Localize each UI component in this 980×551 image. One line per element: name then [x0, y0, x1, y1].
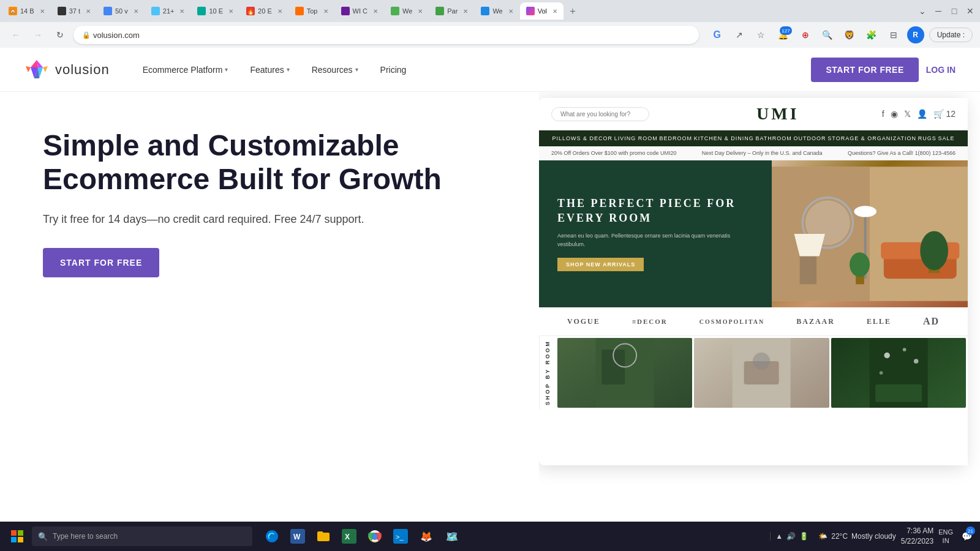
umi-hero-subtitle: Aenean eu leo quam. Pellentesque ornare … [557, 231, 753, 249]
hero-start-free-button[interactable]: START FOR FREE [43, 248, 159, 277]
brand-decor: ≡DECOR [632, 318, 668, 325]
reload-button[interactable]: ↻ [51, 26, 69, 43]
nav-features[interactable]: Features ▾ [241, 60, 298, 80]
tab-12-label: Vol [538, 7, 547, 15]
tab-overflow-button[interactable]: ⌄ [915, 4, 930, 18]
wifi-icon[interactable]: ▲ [775, 532, 783, 541]
tab-12-close[interactable]: ✕ [552, 8, 557, 15]
taskbar-clock[interactable]: 7:36 AM 5/22/2023 [901, 526, 933, 547]
tab-7-close[interactable]: ✕ [323, 8, 328, 15]
taskbar-files[interactable] [311, 524, 336, 549]
notification-center-button[interactable]: 💬 21 [958, 524, 975, 549]
back-button[interactable]: ← [7, 26, 24, 43]
taskbar-edge[interactable] [260, 524, 284, 549]
tab-6[interactable]: 🔥 20 E ✕ [240, 2, 288, 20]
umi-nav-outdoor[interactable]: OUTDOOR [794, 135, 826, 141]
nav-resources[interactable]: Resources ▾ [303, 60, 367, 80]
taskbar-search[interactable]: 🔍 Type here to search [32, 527, 252, 546]
umi-nav-bedroom[interactable]: BEDROOM [659, 135, 692, 141]
update-button[interactable]: Update : [929, 28, 973, 42]
tab-12-active[interactable]: Vol ✕ [520, 2, 564, 20]
volusion-logo[interactable]: volusion [24, 58, 110, 82]
umi-search-input[interactable] [551, 107, 649, 121]
google-icon[interactable]: G [709, 26, 726, 43]
taskbar-word[interactable]: W [285, 524, 310, 549]
svg-point-15 [920, 231, 948, 270]
profile-button[interactable]: R [907, 26, 924, 43]
room-image-3[interactable] [831, 338, 966, 408]
tab-1-label: 14 B [20, 7, 34, 15]
extensions-icon[interactable]: 🧩 [863, 26, 880, 43]
lastpass-icon[interactable]: ⊕ [797, 26, 814, 43]
tab-3-close[interactable]: ✕ [134, 8, 138, 15]
umi-nav-kitchen[interactable]: KITCHEN & DINING [694, 135, 754, 141]
tab-8[interactable]: WI C ✕ [335, 2, 384, 20]
tab-11-close[interactable]: ✕ [508, 8, 513, 15]
tab-11[interactable]: We ✕ [475, 2, 519, 20]
umi-header-icons: f ◉ 𝕏 👤 🛒 12 [882, 109, 956, 119]
tab-3[interactable]: 50 v ✕ [97, 2, 145, 20]
tab-8-close[interactable]: ✕ [373, 8, 378, 15]
umi-nav-storage[interactable]: STORAGE & ORGANIZATION [827, 135, 916, 141]
tab-2-close[interactable]: ✕ [86, 8, 91, 15]
tab-6-close[interactable]: ✕ [277, 8, 282, 15]
maximize-button[interactable]: □ [947, 4, 962, 18]
nav-platform[interactable]: Ecommerce Platform ▾ [134, 60, 237, 80]
tab-7[interactable]: Top ✕ [289, 2, 334, 20]
tab-8-label: WI C [353, 7, 368, 15]
umi-nav-pillows[interactable]: PILLOWS & DECOR [552, 135, 612, 141]
brave-icon[interactable]: 🦁 [841, 26, 858, 43]
umi-nav-rugs[interactable]: RUGS [918, 135, 937, 141]
nav-pricing[interactable]: Pricing [372, 60, 415, 80]
bookmark-icon[interactable]: ☆ [753, 26, 770, 43]
taskbar-search-icon: 🔍 [38, 532, 48, 541]
tab-10-close[interactable]: ✕ [463, 8, 468, 15]
sound-icon[interactable]: 🔊 [786, 532, 796, 541]
tab-4-close[interactable]: ✕ [179, 8, 184, 15]
minimize-button[interactable]: ─ [931, 4, 946, 18]
search-enhance-icon[interactable]: 🔍 [819, 26, 836, 43]
close-button[interactable]: ✕ [963, 4, 978, 18]
hero-text-area: Simple and Customizable Ecommerce Built … [43, 129, 465, 277]
umi-facebook-icon[interactable]: f [882, 109, 884, 119]
browser-chrome: 🏠 14 B ✕ 37 t ✕ 50 v ✕ 21+ ✕ 10 E ✕ 🔥 20… [0, 0, 980, 48]
log-in-button[interactable]: LOG IN [926, 65, 956, 75]
svg-point-17 [850, 252, 870, 277]
umi-nav-bathroom[interactable]: BATHROOM [755, 135, 791, 141]
room-image-1[interactable] [557, 338, 692, 408]
notification-icon[interactable]: 🔔 127 [775, 26, 792, 43]
new-tab-button[interactable]: ＋ [564, 2, 581, 20]
tab-1[interactable]: 🏠 14 B ✕ [2, 2, 51, 20]
address-input[interactable]: 🔒 volusion.com [74, 26, 699, 44]
tab-10[interactable]: Par ✕ [429, 2, 474, 20]
tab-9-close[interactable]: ✕ [418, 8, 423, 15]
volusion-logo-text: volusion [55, 62, 110, 78]
start-for-free-nav-button[interactable]: START FOR FREE [811, 58, 918, 82]
tab-1-close[interactable]: ✕ [40, 8, 45, 15]
tab-5-close[interactable]: ✕ [228, 8, 233, 15]
umi-hero-right [772, 160, 968, 307]
taskbar-maps[interactable]: 🗺️ [440, 524, 464, 549]
taskbar-chrome[interactable] [363, 524, 387, 549]
forward-button[interactable]: → [29, 26, 47, 43]
tab-5[interactable]: 10 E ✕ [191, 2, 239, 20]
tab-2[interactable]: 37 t ✕ [51, 2, 97, 20]
umi-instagram-icon[interactable]: ◉ [891, 109, 898, 119]
umi-nav-living[interactable]: LIVING ROOM [614, 135, 658, 141]
share-icon[interactable]: ↗ [731, 26, 748, 43]
tab-4[interactable]: 21+ ✕ [145, 2, 191, 20]
umi-shop-btn[interactable]: SHOP NEW ARRIVALS [557, 258, 644, 271]
tab-9[interactable]: We ✕ [385, 2, 429, 20]
battery-icon[interactable]: 🔋 [799, 532, 809, 541]
umi-twitter-icon[interactable]: 𝕏 [904, 109, 911, 119]
umi-nav-sale[interactable]: SALE [938, 135, 955, 141]
umi-cart-icon[interactable]: 🛒 12 [933, 109, 956, 119]
tab-4-label: 21+ [163, 7, 175, 15]
start-button[interactable] [5, 524, 29, 549]
taskbar-firefox[interactable]: 🦊 [414, 524, 439, 549]
taskbar-excel[interactable]: X [337, 524, 361, 549]
umi-account-icon[interactable]: 👤 [917, 109, 927, 119]
room-image-2[interactable] [694, 338, 829, 408]
taskbar-vscode[interactable]: >_ [388, 524, 413, 549]
sidebar-icon[interactable]: ⊟ [885, 26, 902, 43]
